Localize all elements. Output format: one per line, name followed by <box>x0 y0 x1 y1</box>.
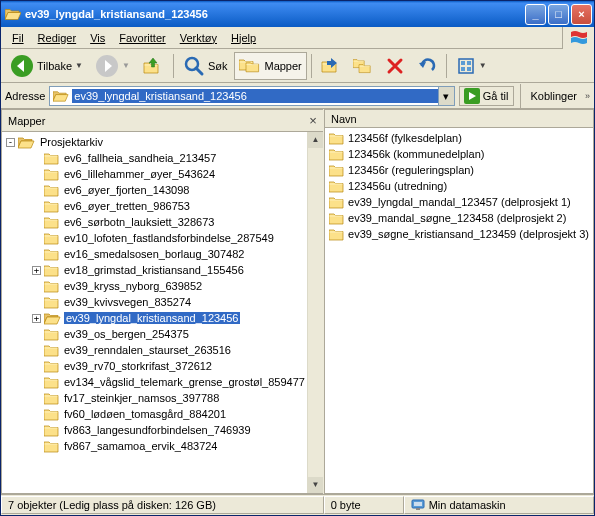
back-button[interactable]: Tilbake ▼ <box>5 52 88 80</box>
maximize-button[interactable]: □ <box>548 4 569 25</box>
svg-rect-5 <box>467 61 471 65</box>
address-label: Adresse <box>5 90 45 102</box>
list-item[interactable]: ev39_søgne_kristiansand_123459 (delprosj… <box>329 226 589 242</box>
delete-icon <box>385 56 405 76</box>
list-item[interactable]: 123456u (utredning) <box>329 178 589 194</box>
list-item[interactable]: 123456r (reguleringsplan) <box>329 162 589 178</box>
tree-item[interactable]: fv60_lødøen_tomasgård_884201 <box>2 406 307 422</box>
window-title: ev39_lyngdal_kristiansand_123456 <box>25 8 525 20</box>
collapse-icon[interactable]: - <box>6 138 15 147</box>
folder-tree[interactable]: -Prosjektarkivev6_fallheia_sandheia_2134… <box>2 132 307 493</box>
svg-rect-6 <box>461 67 465 71</box>
back-icon <box>10 54 34 78</box>
tree-item[interactable]: ev39_kryss_nyborg_639852 <box>2 278 307 294</box>
toolbar: Tilbake ▼ ▼ Søk Mapper ▼ <box>1 49 594 83</box>
tree-item[interactable]: ev39_renndalen_staurset_263516 <box>2 342 307 358</box>
status-location: Min datamaskin <box>404 496 594 514</box>
address-value: ev39_lyngdal_kristiansand_123456 <box>72 89 437 103</box>
list-item[interactable]: ev39_lyngdal_mandal_123457 (delprosjekt … <box>329 194 589 210</box>
svg-rect-10 <box>414 502 422 506</box>
svg-rect-11 <box>416 508 420 510</box>
menu-tools[interactable]: Verktøy <box>173 30 224 46</box>
tree-item[interactable]: ev39_rv70_storkrifast_372612 <box>2 358 307 374</box>
menu-favorites[interactable]: Favoritter <box>112 30 172 46</box>
menu-edit[interactable]: Rediger <box>31 30 84 46</box>
tree-scrollbar[interactable]: ▲▼ <box>307 132 323 493</box>
tree-item[interactable]: +ev39_lyngdal_kristiansand_123456 <box>2 310 307 326</box>
tree-item[interactable]: fv867_samamoa_ervik_483724 <box>2 438 307 454</box>
address-dropdown[interactable]: ▾ <box>438 87 454 105</box>
menu-help[interactable]: Hjelp <box>224 30 263 46</box>
status-objects: 7 objekter (Ledig plass på disken: 126 G… <box>1 496 324 514</box>
menubar: Fil Rediger Vis Favoritter Verktøy Hjelp <box>1 27 594 49</box>
go-icon <box>464 88 480 104</box>
address-bar: Adresse ev39_lyngdal_kristiansand_123456… <box>1 83 594 109</box>
list-item[interactable]: 123456k (kommunedelplan) <box>329 146 589 162</box>
folders-button[interactable]: Mapper <box>234 52 306 80</box>
tree-item[interactable]: ev134_vågslid_telemark_grense_grostøl_85… <box>2 374 307 390</box>
tree-item[interactable]: +ev18_grimstad_kristiansand_155456 <box>2 262 307 278</box>
tree-item[interactable]: ev39_os_bergen_254375 <box>2 326 307 342</box>
status-size: 0 byte <box>324 496 404 514</box>
folder-icon <box>5 6 21 22</box>
close-button[interactable]: × <box>571 4 592 25</box>
windows-flag-icon <box>562 27 594 49</box>
forward-button[interactable]: ▼ <box>90 52 135 80</box>
up-button[interactable] <box>137 52 169 80</box>
svg-rect-4 <box>461 61 465 65</box>
folders-icon <box>239 56 261 76</box>
undo-button[interactable] <box>412 52 442 80</box>
search-button[interactable]: Søk <box>178 52 233 80</box>
expand-icon[interactable]: + <box>32 314 41 323</box>
search-icon <box>183 55 205 77</box>
menu-view[interactable]: Vis <box>83 30 112 46</box>
go-button[interactable]: Gå til <box>459 86 514 106</box>
moveto-icon <box>321 56 341 76</box>
tree-item[interactable]: ev16_smedalsosen_borlaug_307482 <box>2 246 307 262</box>
computer-icon <box>411 498 425 512</box>
tree-item[interactable]: ev10_lofoten_fastlandsforbindelse_287549 <box>2 230 307 246</box>
tree-item[interactable]: ev6_øyer_fjorten_143098 <box>2 182 307 198</box>
tree-item[interactable]: ev6_sørbotn_lauksiett_328673 <box>2 214 307 230</box>
links-label[interactable]: Koblinger <box>527 90 581 102</box>
tree-item[interactable]: fv863_langesundforbindelsen_746939 <box>2 422 307 438</box>
titlebar[interactable]: ev39_lyngdal_kristiansand_123456 _ □ × <box>1 1 594 27</box>
list-pane: Navn 123456f (fylkesdelplan)123456k (kom… <box>324 109 594 494</box>
views-button[interactable]: ▼ <box>451 52 492 80</box>
folder-icon <box>53 88 69 104</box>
file-list[interactable]: 123456f (fylkesdelplan)123456k (kommuned… <box>325 128 593 493</box>
explorer-window: ev39_lyngdal_kristiansand_123456 _ □ × F… <box>0 0 595 516</box>
undo-icon <box>417 56 437 76</box>
forward-icon <box>95 54 119 78</box>
tree-item[interactable]: fv17_steinkjer_namsos_397788 <box>2 390 307 406</box>
list-item[interactable]: ev39_mandal_søgne_123458 (delprosjekt 2) <box>329 210 589 226</box>
statusbar: 7 objekter (Ledig plass på disken: 126 G… <box>1 495 594 515</box>
tree-pane-header: Mapper × <box>2 110 323 132</box>
tree-pane: Mapper × -Prosjektarkivev6_fallheia_sand… <box>1 109 323 494</box>
copyto-icon <box>353 56 373 76</box>
expand-icon[interactable]: + <box>32 266 41 275</box>
delete-button[interactable] <box>380 52 410 80</box>
list-item[interactable]: 123456f (fylkesdelplan) <box>329 130 589 146</box>
tree-item[interactable]: ev6_øyer_tretten_986753 <box>2 198 307 214</box>
tree-item[interactable]: ev6_lillehammer_øyer_543624 <box>2 166 307 182</box>
tree-item[interactable]: ev6_fallheia_sandheia_213457 <box>2 150 307 166</box>
views-icon <box>456 56 476 76</box>
menu-file[interactable]: Fil <box>5 30 31 46</box>
close-tree-pane[interactable]: × <box>309 113 317 128</box>
panes: Mapper × -Prosjektarkivev6_fallheia_sand… <box>1 109 594 495</box>
moveto-button[interactable] <box>316 52 346 80</box>
column-header-name[interactable]: Navn <box>325 110 593 128</box>
tree-root[interactable]: -Prosjektarkiv <box>2 134 307 150</box>
minimize-button[interactable]: _ <box>525 4 546 25</box>
copyto-button[interactable] <box>348 52 378 80</box>
up-icon <box>142 55 164 77</box>
tree-item[interactable]: ev39_kvivsvegen_835274 <box>2 294 307 310</box>
svg-rect-7 <box>467 67 471 71</box>
address-input[interactable]: ev39_lyngdal_kristiansand_123456 ▾ <box>49 86 454 106</box>
